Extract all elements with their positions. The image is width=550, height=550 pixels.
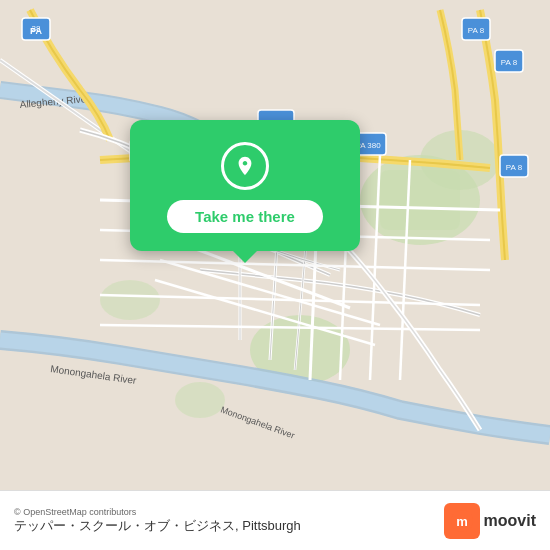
location-pin-icon	[234, 155, 256, 177]
moovit-symbol: m	[450, 509, 474, 533]
map-attribution: © OpenStreetMap contributors	[14, 507, 301, 517]
bottom-info: © OpenStreetMap contributors テッパー・スクール・オ…	[14, 507, 301, 535]
svg-text:PA 8: PA 8	[501, 58, 518, 67]
moovit-text: moovit	[484, 512, 536, 530]
bottom-bar: © OpenStreetMap contributors テッパー・スクール・オ…	[0, 490, 550, 550]
svg-text:28: 28	[32, 24, 41, 33]
svg-point-4	[100, 280, 160, 320]
map-container: Allegheny River Monongahela River Monong…	[0, 0, 550, 490]
popup-card: Take me there	[130, 120, 360, 251]
moovit-icon: m	[444, 503, 480, 539]
svg-point-5	[175, 382, 225, 418]
place-name: テッパー・スクール・オブ・ビジネス, Pittsburgh	[14, 517, 301, 535]
svg-rect-6	[380, 170, 460, 230]
svg-text:PA 8: PA 8	[468, 26, 485, 35]
svg-text:PA 8: PA 8	[506, 163, 523, 172]
take-me-there-button[interactable]: Take me there	[167, 200, 323, 233]
moovit-logo[interactable]: m moovit	[444, 503, 536, 539]
location-icon-circle	[221, 142, 269, 190]
svg-text:m: m	[456, 514, 468, 529]
